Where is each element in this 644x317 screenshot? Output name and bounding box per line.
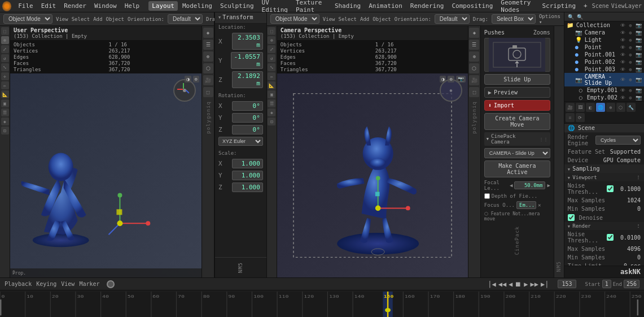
extra-icon1[interactable]: ▣ bbox=[1, 99, 9, 107]
p003-render[interactable]: 📷 bbox=[635, 67, 642, 72]
right-add-btn[interactable]: Add bbox=[360, 16, 369, 22]
loc-y-input[interactable]: -1.0557 m bbox=[231, 52, 262, 69]
playback-btn[interactable]: Playback bbox=[5, 281, 32, 287]
e002-render[interactable]: 📷 bbox=[635, 95, 642, 101]
cam-render-icon[interactable]: 📷 bbox=[635, 30, 642, 36]
outliner-item-point003[interactable]: ● Point.003 👁 ⊕ 📷 bbox=[564, 66, 644, 73]
timeline-ruler[interactable]: 0 10 20 30 40 50 60 70 80 90 1 bbox=[0, 290, 644, 317]
r-cursor-icon[interactable]: ⊕ bbox=[268, 36, 275, 44]
noise-thresh-render-check[interactable] bbox=[607, 234, 614, 241]
p002-cursor[interactable]: ⊕ bbox=[627, 59, 634, 65]
right-orientation-select[interactable]: Default bbox=[435, 14, 470, 24]
focal-right-btn[interactable]: ▶ bbox=[547, 183, 550, 188]
outliner-item-empty001[interactable]: ○ Empty.001 👁 ⊕ 📷 bbox=[564, 86, 644, 94]
cam-cursor-icon[interactable]: ⊕ bbox=[627, 30, 634, 36]
strip-toggle6[interactable]: ⬚ bbox=[203, 87, 213, 97]
feature-row[interactable]: ⬡ Feature Not...mera move bbox=[484, 211, 550, 222]
cam-eye-icon[interactable]: 👁 bbox=[619, 30, 626, 36]
outliner-item-collection[interactable]: 📁 Collection 👁 ⊕ 📷 bbox=[564, 21, 644, 29]
rvp-strip4[interactable]: ⬡ bbox=[469, 63, 479, 73]
menu-edit[interactable]: Edit bbox=[38, 1, 60, 11]
current-frame-display[interactable]: 153 bbox=[558, 280, 576, 288]
outliner-item-light[interactable]: 💡 Light 👁 ⊕ 📷 bbox=[564, 36, 644, 44]
loc-z-input[interactable]: 2.1892 m bbox=[232, 71, 263, 88]
cursor-tool-icon[interactable]: ⊕ bbox=[1, 36, 9, 44]
point-eye[interactable]: 👁 bbox=[619, 45, 626, 50]
r-measure-icon[interactable]: 📐 bbox=[268, 81, 275, 89]
right-options-btn[interactable]: Options ▾ bbox=[539, 14, 560, 25]
extra-icon3[interactable]: ◈ bbox=[1, 118, 9, 125]
viewport-subsection[interactable]: Viewport ⋮ bbox=[564, 173, 644, 181]
loc-x-input[interactable]: 2.3503 m bbox=[232, 33, 263, 50]
strip-toggle3[interactable]: ⊕ bbox=[203, 51, 213, 62]
tab-compositing[interactable]: Compositing bbox=[448, 1, 496, 11]
preview-button[interactable]: ▶ Preview bbox=[484, 87, 550, 98]
view-layer-icon[interactable]: ◧ bbox=[586, 103, 595, 112]
outliner-item-camera-slideup[interactable]: 📷 CAMERA - Slide Up 👁 ⊕ 📷 bbox=[564, 73, 644, 86]
e001-cursor[interactable]: ⊕ bbox=[627, 88, 634, 93]
cinepack-camera-header[interactable]: ▼ CinePack Camera ⋮⋮ bbox=[484, 132, 550, 146]
outliner-item-empty002[interactable]: ○ Empty.002 👁 ⊕ 📷 bbox=[564, 94, 644, 101]
rot-y-input[interactable]: 0° bbox=[232, 113, 263, 123]
overlay-toggle[interactable]: ⊙ bbox=[193, 76, 199, 82]
render-subsection[interactable]: Render ⋮ bbox=[564, 222, 644, 230]
marker-btn[interactable]: Marker bbox=[79, 281, 99, 287]
sampling-header[interactable]: Sampling bbox=[564, 164, 644, 173]
r-extra1[interactable]: ▣ bbox=[268, 90, 275, 98]
eye-icon[interactable]: 👁 bbox=[619, 23, 626, 28]
menu-render[interactable]: Render bbox=[60, 1, 90, 11]
right-object-mode[interactable]: Object Mode bbox=[270, 14, 319, 24]
rvp-strip2[interactable]: ☰ bbox=[469, 40, 479, 50]
transform-tool-icon[interactable]: ✛ bbox=[1, 72, 9, 80]
annotate-icon[interactable]: ✏ bbox=[1, 81, 9, 89]
import-button[interactable]: ⬇ Import bbox=[484, 100, 550, 111]
noise-thresh-check[interactable] bbox=[607, 185, 614, 192]
tab-shading[interactable]: Shading bbox=[331, 1, 364, 11]
transform-header[interactable]: ▼ Transform bbox=[215, 12, 266, 23]
strip-toggle4[interactable]: ⬡ bbox=[203, 63, 213, 73]
slide-up-button[interactable]: Slide Up bbox=[484, 74, 550, 85]
menu-help[interactable]: Help bbox=[121, 1, 143, 11]
point-render[interactable]: 📷 bbox=[635, 45, 642, 50]
step-fwd-btn[interactable]: ▶▶ bbox=[531, 280, 538, 288]
outliner-item-camera[interactable]: 📷 Camera 👁 ⊕ 📷 bbox=[564, 29, 644, 36]
view-tl-btn[interactable]: View bbox=[61, 281, 75, 287]
object-props-icon[interactable]: ⬡ bbox=[616, 103, 625, 112]
viewport-gizmo-right[interactable]: ⊕ bbox=[440, 79, 462, 102]
right-viewport-canvas[interactable]: ⊕ ◑ ⊙ 📷 bbox=[277, 73, 468, 277]
physics-icon[interactable]: ⟳ bbox=[576, 113, 585, 122]
step-back-btn[interactable]: ◀◀ bbox=[498, 280, 506, 288]
tab-plus[interactable]: + bbox=[580, 1, 591, 11]
focus-input[interactable]: Em... bbox=[516, 201, 536, 209]
rot-x-input[interactable]: 0° bbox=[232, 101, 263, 111]
r-extra2[interactable]: ☰ bbox=[268, 99, 275, 107]
camera-dropdown-select[interactable]: CAMERA - Slide Up bbox=[484, 148, 550, 158]
r-extra4[interactable]: ⊡ bbox=[268, 118, 275, 125]
denoise-check[interactable] bbox=[568, 214, 575, 221]
rot-z-input[interactable]: 0° bbox=[232, 125, 263, 134]
r-rotate-icon[interactable]: ↺ bbox=[268, 54, 275, 62]
strip-toggle5[interactable]: 🎥 bbox=[203, 75, 213, 85]
p002-eye[interactable]: 👁 bbox=[619, 59, 626, 65]
move-tool-icon[interactable]: ⤢ bbox=[1, 45, 9, 53]
play-back-btn[interactable]: ◀ bbox=[509, 280, 512, 288]
e001-eye[interactable]: 👁 bbox=[619, 88, 626, 93]
scene-props-icon[interactable]: 🌐 bbox=[596, 103, 605, 112]
outliner-item-point001[interactable]: ● Point.001 👁 ⊕ 📷 bbox=[564, 51, 644, 58]
extra-icon2[interactable]: ☰ bbox=[1, 108, 9, 116]
scale-tool-icon[interactable]: ⤡ bbox=[1, 63, 9, 71]
shading-toggle[interactable]: ◑ bbox=[185, 76, 191, 82]
focus-close-btn[interactable]: ✕ bbox=[538, 202, 541, 208]
select-tool-icon[interactable]: ⬚ bbox=[1, 27, 9, 35]
extra-icon4[interactable]: ⊡ bbox=[1, 127, 9, 134]
csu-cursor[interactable]: ⊕ bbox=[627, 77, 634, 82]
strip-toggle1[interactable]: ◈ bbox=[203, 28, 213, 38]
scale-z-input[interactable]: 1.000 bbox=[232, 183, 263, 192]
viewport-options[interactable]: ⋮ bbox=[636, 175, 641, 180]
strip-toggle2[interactable]: ☰ bbox=[203, 40, 213, 50]
r-extra3[interactable]: ◈ bbox=[268, 108, 275, 116]
tab-sculpting[interactable]: Sculpting bbox=[217, 1, 257, 11]
csu-eye[interactable]: 👁 bbox=[619, 77, 626, 82]
p001-eye[interactable]: 👁 bbox=[619, 52, 626, 58]
orientation-select[interactable]: Default bbox=[168, 14, 203, 24]
